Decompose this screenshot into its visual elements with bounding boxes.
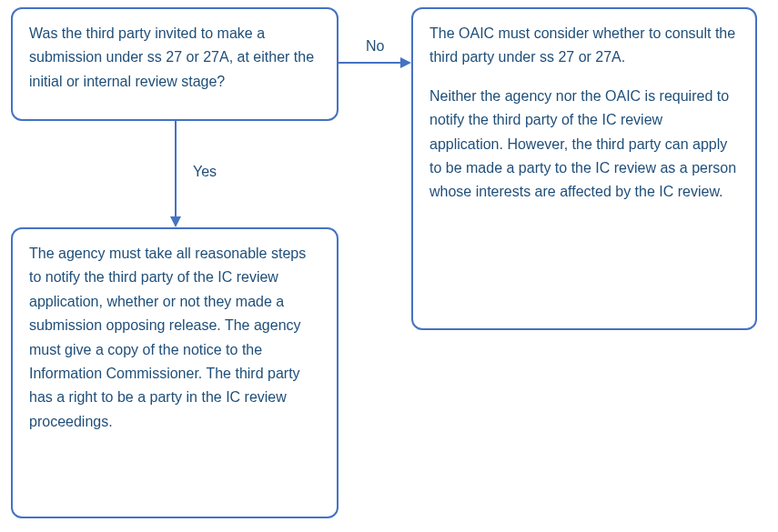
arrow-yes-line — [175, 121, 177, 216]
arrow-no-line — [338, 62, 400, 64]
question-text: Was the third party invited to make a su… — [29, 22, 320, 94]
outcome-no-paragraph-1: The OAIC must consider whether to consul… — [429, 22, 739, 70]
arrow-yes-head — [170, 216, 181, 227]
edge-label-no: No — [366, 38, 384, 55]
edge-label-yes: Yes — [193, 164, 217, 180]
outcome-yes-box: The agency must take all reasonable step… — [11, 227, 338, 518]
outcome-no-paragraph-2: Neither the agency nor the OAIC is requi… — [429, 85, 739, 205]
decision-question-box: Was the third party invited to make a su… — [11, 7, 338, 121]
outcome-no-box: The OAIC must consider whether to consul… — [411, 7, 757, 330]
arrow-no-head — [400, 57, 411, 68]
outcome-yes-text: The agency must take all reasonable step… — [29, 242, 320, 434]
